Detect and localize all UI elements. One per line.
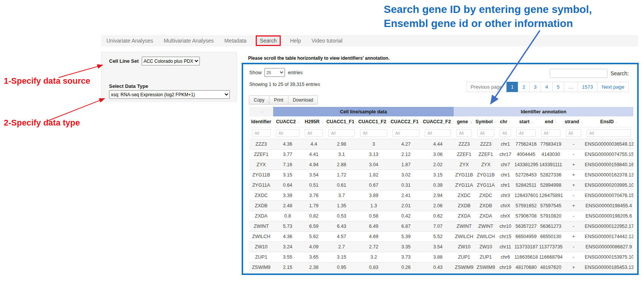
page-button-3[interactable]: 3 [529, 82, 541, 92]
filter-input-cuacc1-f1[interactable] [328, 129, 355, 137]
table-row: ZXDC3.393.763.73.892.412.94ZXDCZXDCchr31… [249, 191, 633, 201]
copy-button[interactable]: Copy [249, 95, 269, 105]
cell-cuacc2-f2: 3.88 [422, 252, 454, 262]
cell-cuacc2: 3.15 [273, 170, 302, 180]
cell-cuacc2: 4.36 [273, 139, 302, 149]
cell-gene: ZWINT [454, 221, 475, 232]
nav-item-video-tutorial[interactable]: Video tutorial [306, 38, 348, 44]
filter-input-end[interactable] [541, 129, 560, 137]
annotation-step1: 1-Specify data source [4, 76, 90, 86]
data-type-select[interactable]: xsq: RNA-seq Expression (log2 FPKM+1) [109, 90, 230, 99]
filter-input-start[interactable] [516, 129, 536, 137]
nav-item-help[interactable]: Help [285, 38, 306, 44]
column-header-cuacc2-f2[interactable]: CUACC2_F2↑↓ [422, 116, 454, 127]
cell-strand: + [563, 180, 584, 191]
cell-ensid: ENSG00000153975.10 [584, 252, 633, 262]
cell-chr: chr1 [497, 180, 514, 191]
cell-gene: ZUP1 [454, 252, 475, 262]
download-button[interactable]: Download [288, 95, 318, 105]
next-page-button[interactable]: Next page [597, 82, 629, 92]
cell-cuacc2-f1: 3.35 [390, 242, 422, 252]
column-header-strand[interactable]: strand↑↓ [563, 116, 584, 127]
page-button-5[interactable]: 5 [552, 82, 564, 92]
column-header-end[interactable]: end↑↓ [538, 116, 563, 127]
nav-item-multivariate-analyses[interactable]: Multivariate Analyses [158, 38, 219, 44]
cell-cuacc2-f1: 4.27 [390, 139, 422, 149]
column-header-symbol[interactable]: Symbol↑↓ [475, 116, 497, 127]
cell-cuacc2-f2: 3.15 [422, 170, 454, 180]
column-header-h295r[interactable]: H295R↑↓ [302, 116, 326, 127]
filter-input-cuacc2[interactable] [276, 129, 299, 137]
cell-h295r: 3.54 [302, 170, 326, 180]
cell-gene: ZYX [454, 160, 475, 170]
cell-end: 56361273 [538, 221, 563, 232]
cell-cuacc2: 3.39 [273, 191, 302, 201]
cell-line-set-select[interactable]: ACC Colorado plus PDX [142, 57, 200, 65]
nav-item-search[interactable]: Search [256, 35, 281, 46]
sort-icon: ↑↓ [388, 120, 390, 124]
filter-input-cuacc2-f1[interactable] [392, 129, 419, 137]
column-header-label: CUACC2 [276, 119, 296, 124]
filter-input-identifier[interactable] [252, 129, 271, 137]
table-row: ZZEF13.774.413.13.132.123.06ZZEF1ZZEF1ch… [249, 149, 633, 160]
column-header-cuacc2[interactable]: CUACC2↑↓ [273, 116, 302, 127]
cell-cuacc1-f1: 3.7 [326, 191, 358, 201]
column-header-identifier[interactable]: Identifier [249, 116, 273, 127]
cell-cuacc1-f1: 1.35 [326, 201, 358, 211]
filter-input-chr[interactable] [500, 129, 511, 137]
page-button-2[interactable]: 2 [518, 82, 530, 92]
table-row: ZZZ34.364.42.9834.274.44ZZZ3ZZZ3chr17756… [249, 139, 633, 149]
column-header-start[interactable]: start↑↓ [514, 116, 538, 127]
cell-identifier: ZXDB [249, 201, 273, 211]
cell-symbol: ZXDA [475, 211, 497, 221]
page-button-4[interactable]: 4 [541, 82, 552, 92]
filter-input-h295r[interactable] [305, 129, 323, 137]
table-search-input[interactable] [550, 69, 608, 78]
cell-cuacc1-f2: 0.58 [358, 211, 390, 221]
cell-symbol: ZXDC [475, 191, 497, 201]
filter-cell-cuacc2 [273, 127, 302, 139]
cell-ensid: ENSG00000070476.15 [584, 191, 633, 201]
filter-input-strand[interactable] [566, 129, 581, 137]
column-header-cuacc1-f1[interactable]: CUACC1_F1↑↓ [326, 116, 358, 127]
filter-cell-symbol [475, 127, 497, 139]
cell-strand: - [563, 211, 584, 221]
nav-item-metadata[interactable]: Metadata [219, 38, 252, 44]
column-header-ensid[interactable]: EnsID↑↓ [584, 116, 633, 127]
print-button[interactable]: Print [269, 95, 288, 105]
cell-cuacc2-f2: 0.39 [422, 180, 454, 191]
filter-input-symbol[interactable] [477, 129, 494, 137]
cell-identifier: ZSWIM9 [249, 262, 273, 273]
column-header-cuacc2-f1[interactable]: CUACC2_F1↑↓ [390, 116, 422, 127]
filter-input-ensid[interactable] [587, 129, 631, 137]
filter-input-gene[interactable] [456, 129, 472, 137]
cell-symbol: ZYG11A [475, 180, 497, 191]
page-button-1[interactable]: 1 [506, 82, 518, 92]
cell-gene: ZW10 [454, 242, 475, 252]
cell-cuacc1-f1: 1.72 [326, 170, 358, 180]
cell-start: 4004445 [514, 149, 538, 160]
column-header-cuacc1-f2[interactable]: CUACC1_F2↑↓ [358, 116, 390, 127]
cell-end: 48197620 [538, 262, 563, 273]
cell-strand: + [563, 160, 584, 170]
cell-ensid: ENSG00000174442.12 [584, 232, 633, 242]
cell-gene: ZXDB [454, 201, 475, 211]
page-button-1573[interactable]: 1573 [578, 82, 598, 92]
nav-item-univariate-analyses[interactable]: Univariate Analyses [101, 38, 158, 44]
filter-cell-end [538, 127, 563, 139]
cell-ensid: ENSG00000162378.13 [584, 170, 633, 180]
cell-identifier: ZYX [249, 160, 273, 170]
column-header-chr[interactable]: chr↑↓ [497, 116, 514, 127]
column-header-label: gene [457, 119, 468, 124]
cell-cuacc2-f2: 0.43 [422, 262, 454, 273]
column-header-gene[interactable]: gene↑↓ [454, 116, 475, 127]
page-length-select[interactable]: 25 [264, 68, 285, 77]
previous-page-button[interactable]: Previous page [466, 82, 507, 92]
filter-input-cuacc2-f2[interactable] [425, 129, 451, 137]
filter-input-cuacc1-f2[interactable] [360, 129, 387, 137]
filter-cell-start [514, 127, 538, 139]
column-header-label: strand [565, 119, 579, 124]
table-row: ZYG11B3.153.541.721.823.023.15ZYG11BZYG1… [249, 170, 633, 180]
group-sort-cell[interactable]: ↑↓ [249, 107, 273, 116]
gene-data-table: ↑↓Cell line/sample dataIdentifier annota… [249, 107, 633, 272]
